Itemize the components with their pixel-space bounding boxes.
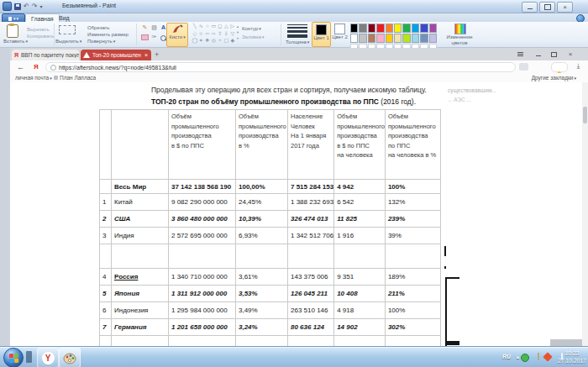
save-icon[interactable]	[14, 3, 21, 10]
page-scrollbar[interactable]	[582, 82, 588, 367]
select-button[interactable]: Выделить	[55, 39, 81, 44]
pinned-item[interactable]	[26, 351, 32, 363]
palette-color[interactable]	[402, 34, 410, 43]
minimize-button[interactable]	[522, 2, 538, 13]
resize-button[interactable]: Изменить размер	[87, 32, 129, 37]
other-bookmarks[interactable]: Другие закладки	[532, 75, 576, 81]
palette-color[interactable]	[402, 24, 410, 33]
palette-color[interactable]	[429, 24, 437, 33]
shape-icon[interactable]: ╲	[192, 23, 198, 30]
shape-icon[interactable]: ◆	[229, 37, 236, 45]
shape-icon[interactable]: ◯	[192, 37, 198, 45]
qat-dropdown-icon[interactable]: ▾	[39, 3, 42, 9]
extension-icon[interactable]	[519, 63, 528, 71]
palette-color[interactable]	[412, 24, 419, 33]
fill-bucket-icon[interactable]: ▨	[150, 24, 158, 31]
tray-red-icon[interactable]	[543, 352, 552, 361]
palette-color[interactable]	[359, 24, 366, 33]
taskbar-yandex-button[interactable]: Y	[37, 348, 59, 367]
start-button[interactable]	[3, 348, 24, 367]
edit-colors-icon[interactable]	[454, 24, 466, 34]
shape-icon[interactable]: ◇	[192, 30, 198, 38]
palette-color[interactable]	[368, 24, 375, 33]
palette-color[interactable]	[429, 34, 437, 43]
browser-menu-button[interactable]	[514, 50, 526, 58]
download-icon[interactable]: ⤓	[575, 63, 582, 70]
shape-icon[interactable]: ⇨	[211, 30, 218, 38]
color1-button[interactable]: Цвет 1	[312, 22, 331, 47]
cut-button[interactable]: Вырезать	[27, 27, 50, 32]
back-button[interactable]: ←	[17, 63, 24, 71]
site-info-icon[interactable]	[50, 65, 56, 71]
pencil-icon[interactable]: ✎	[141, 24, 149, 31]
undo-icon[interactable]: ↶	[24, 3, 29, 10]
select-icon[interactable]	[59, 25, 76, 34]
bookmark-star-button[interactable]: ★	[551, 62, 568, 72]
scrollbar-thumb[interactable]	[583, 107, 587, 123]
shape-icon[interactable]: ✶	[198, 37, 205, 45]
shape-icon[interactable]: ⇩	[223, 30, 230, 38]
tab-view[interactable]: Вид	[54, 13, 75, 22]
brushes-button[interactable]: Кисти	[166, 23, 188, 47]
bookmark-item[interactable]: План Лапласа	[54, 75, 96, 81]
palette-color[interactable]	[394, 24, 402, 33]
shape-icon[interactable]: ⇧	[217, 30, 223, 38]
paste-icon[interactable]	[7, 24, 18, 38]
shape-icon[interactable]: ◻	[217, 23, 223, 30]
palette-color[interactable]	[394, 34, 402, 43]
shape-icon[interactable]: ∿	[198, 23, 205, 30]
shape-icon[interactable]: ❖	[204, 37, 211, 45]
palette-color[interactable]	[386, 24, 393, 33]
taskbar-paint-button[interactable]	[59, 348, 81, 367]
taskbar-clock[interactable]: 10:23 27.10.2017	[558, 349, 586, 364]
copy-button[interactable]: Копировать	[27, 34, 54, 39]
tab-close-icon[interactable]: ×	[144, 52, 148, 58]
browser-maximize-button[interactable]	[548, 50, 559, 58]
shape-icon[interactable]: ▷	[229, 23, 236, 30]
new-tab-button[interactable]: +	[155, 50, 159, 59]
palette-color[interactable]	[386, 34, 393, 43]
rotate-button[interactable]: Повернуть	[87, 39, 115, 44]
shape-icon[interactable]: ○	[204, 23, 211, 30]
palette-color[interactable]	[350, 24, 358, 33]
edit-colors-button[interactable]: Изменение цветов	[444, 34, 475, 45]
palette-color[interactable]	[350, 34, 358, 43]
palette-color[interactable]	[420, 34, 428, 43]
mail-icon[interactable]	[538, 353, 539, 360]
palette-color[interactable]	[420, 24, 428, 33]
fill-button[interactable]: Заливка	[242, 34, 265, 39]
yandex-button[interactable]: Я	[34, 63, 39, 71]
paste-button[interactable]: Вставить	[3, 39, 28, 44]
size-button[interactable]: Толщина	[286, 39, 309, 45]
shape-icon[interactable]: ☆	[198, 30, 205, 38]
color-picker-icon[interactable]: ✑	[150, 33, 158, 40]
tray-chevron-icon[interactable]: ▴	[517, 354, 519, 359]
shape-icon[interactable]: ⇦	[204, 30, 211, 38]
color2-button[interactable]: Цвет 2	[331, 22, 349, 45]
outline-button[interactable]: Контур	[242, 26, 261, 31]
shape-icon[interactable]: ▢	[223, 37, 230, 45]
palette-color[interactable]	[368, 34, 375, 43]
palette-color[interactable]	[359, 34, 366, 43]
maximize-button[interactable]	[539, 2, 555, 13]
bookmark-item[interactable]: личная почта	[15, 75, 52, 81]
eraser-icon[interactable]	[141, 33, 149, 40]
browser-tab-2-active[interactable]: Топ-20 промышленны... ×	[81, 50, 151, 60]
palette-color[interactable]	[376, 24, 384, 33]
shape-icon[interactable]: △	[223, 23, 230, 30]
close-button[interactable]: ×	[557, 2, 573, 13]
address-bar[interactable]: https://aftershock.news/?q=node/495813&f…	[45, 62, 516, 72]
crop-button[interactable]: Обрезать	[87, 25, 109, 30]
shape-icon[interactable]: ▭	[211, 23, 218, 30]
browser-close-button[interactable]: ×	[564, 50, 576, 58]
shape-icon[interactable]: ▽	[229, 30, 236, 38]
redo-icon[interactable]: ↷	[32, 3, 38, 10]
language-indicator[interactable]: RU	[502, 354, 511, 359]
shape-icon[interactable]: ◎	[211, 37, 218, 45]
browser-minimize-button[interactable]	[533, 50, 544, 58]
browser-tab-1[interactable]: Я ВВП по паритету покупат	[12, 50, 79, 60]
tray-green-icon[interactable]	[521, 354, 529, 362]
palette-color[interactable]	[376, 34, 384, 43]
shape-icon[interactable]: ✧	[217, 37, 223, 45]
palette-color[interactable]	[412, 34, 419, 43]
